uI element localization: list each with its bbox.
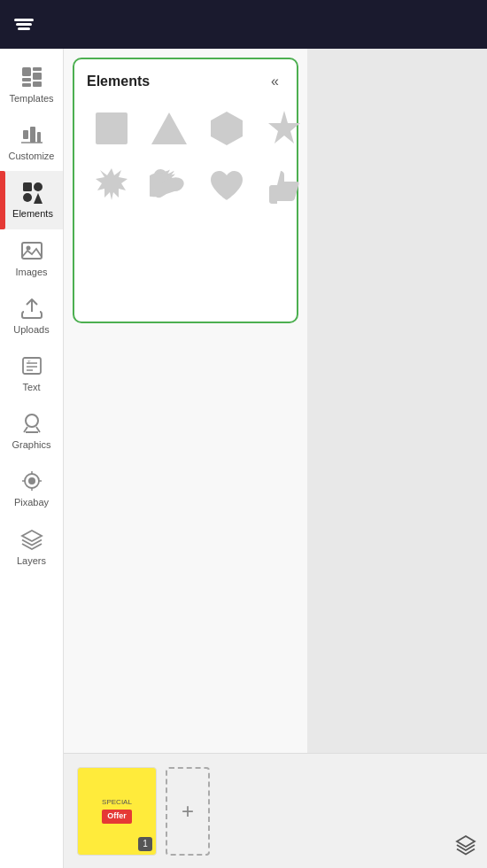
shape-heart[interactable] [202,161,251,210]
sidebar-item-text-label: Text [22,382,40,393]
add-page-button[interactable]: + [166,767,210,856]
elements-panel-container: Elements « [64,49,307,868]
svg-marker-31 [211,112,243,145]
panel-header: Elements « [87,72,284,91]
svg-rect-14 [22,243,42,259]
images-icon [19,238,44,263]
svg-point-22 [28,477,35,484]
svg-text:T: T [27,360,31,365]
svg-marker-30 [151,112,187,144]
thumbnails-bar: SPECIAL Offer 1 + [64,753,487,868]
elements-panel: Elements « [73,58,298,323]
sidebar-item-elements-label: Elements [12,208,53,220]
sidebar-item-text[interactable]: T Text [0,345,63,402]
sidebar-item-graphics-label: Graphics [12,439,50,451]
main-area: Templates Customize [0,49,487,868]
sidebar: Templates Customize [0,49,64,868]
sidebar-item-templates[interactable]: Templates [0,56,63,113]
customize-icon [19,122,44,147]
svg-marker-33 [96,168,128,200]
canvas-area [307,49,487,868]
shape-hexagon[interactable] [202,104,251,152]
svg-rect-7 [30,127,35,143]
svg-marker-35 [457,836,475,847]
text-icon: T [19,353,44,378]
shape-triangle[interactable] [144,104,193,152]
thumbnail-1-badge: 1 [138,837,152,851]
thumbnail-1[interactable]: SPECIAL Offer 1 [77,767,157,856]
elements-icon [20,180,45,205]
shape-thumbsup[interactable] [259,161,308,210]
svg-point-15 [26,245,30,250]
shape-star8[interactable] [87,161,135,210]
sidebar-item-elements[interactable]: Elements [0,171,63,229]
sidebar-item-customize-label: Customize [9,151,55,162]
collapse-button[interactable]: « [266,72,284,91]
sidebar-item-uploads[interactable]: Uploads [0,287,63,345]
svg-point-21 [26,415,38,427]
svg-rect-8 [37,132,41,143]
svg-rect-1 [33,67,42,71]
thumbnail-special-text: SPECIAL [102,798,132,807]
shape-star6[interactable] [259,104,308,152]
svg-rect-12 [23,193,32,202]
app-logo-icon [14,19,34,30]
shapes-grid [87,104,284,210]
shape-square[interactable] [87,104,135,152]
panel-title: Elements [87,74,150,89]
sidebar-item-layers-label: Layers [17,555,46,567]
top-bar [0,0,487,49]
sidebar-item-customize[interactable]: Customize [0,113,63,171]
shape-bird[interactable] [144,161,193,210]
svg-rect-16 [23,358,41,374]
svg-marker-28 [22,531,42,541]
svg-rect-3 [33,73,42,80]
uploads-icon [19,296,44,321]
svg-rect-29 [96,112,128,144]
svg-rect-0 [22,67,31,76]
sidebar-item-images-label: Images [15,267,47,278]
pixabay-icon [19,469,44,493]
svg-rect-10 [23,182,32,191]
svg-rect-6 [23,130,28,139]
sidebar-item-graphics[interactable]: Graphics [0,402,63,460]
sidebar-item-templates-label: Templates [9,93,53,105]
svg-rect-2 [22,78,31,81]
sidebar-item-uploads-label: Uploads [13,324,49,336]
graphics-icon [19,411,44,436]
thumbnail-offer-text: Offer [102,810,132,824]
sidebar-item-pixabay-label: Pixabay [14,497,49,508]
templates-icon [19,65,44,89]
layers-icon [19,527,44,552]
svg-rect-5 [33,81,42,87]
svg-marker-32 [268,111,300,143]
thumbnail-1-content: SPECIAL Offer [102,798,132,823]
svg-marker-13 [34,193,43,204]
layers-bottom-icon[interactable] [455,834,476,859]
sidebar-item-images[interactable]: Images [0,229,63,287]
sidebar-item-pixabay[interactable]: Pixabay [0,460,63,517]
svg-rect-4 [22,83,31,87]
svg-point-11 [34,182,43,191]
sidebar-item-layers[interactable]: Layers [0,518,63,576]
